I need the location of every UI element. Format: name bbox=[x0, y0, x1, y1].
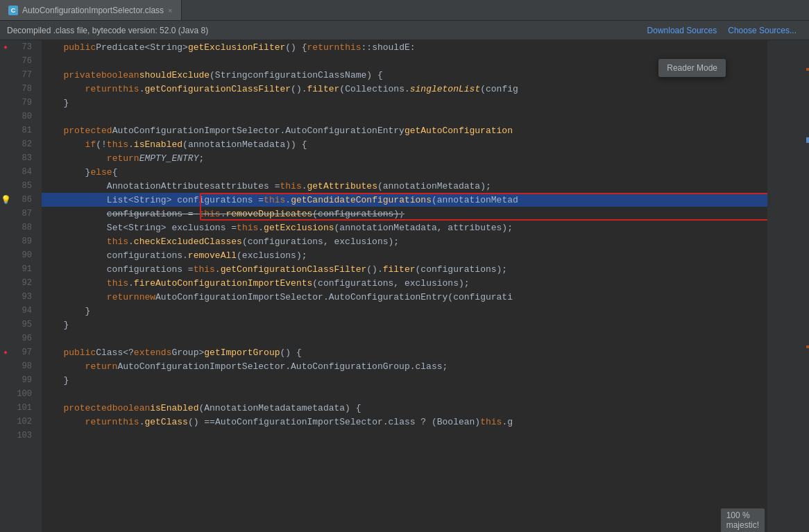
code-line[interactable]: configurations = this.removeDuplicates(c… bbox=[42, 207, 767, 221]
line-number: 81 bbox=[11, 126, 36, 135]
line-row: 100 bbox=[0, 387, 42, 401]
line-row: 101 bbox=[0, 401, 42, 415]
line-number: 84 bbox=[11, 167, 36, 177]
code-line[interactable]: if (!this.isEnabled(annotationMetadata))… bbox=[42, 137, 767, 151]
code-line[interactable]: } bbox=[42, 304, 767, 318]
line-number: 77 bbox=[11, 70, 36, 80]
breakpoint-icon: ● bbox=[0, 348, 11, 357]
code-line[interactable]: } else { bbox=[42, 165, 767, 179]
line-number: 80 bbox=[11, 112, 36, 121]
line-row: 89 bbox=[0, 234, 42, 248]
line-row: ●73 bbox=[0, 40, 42, 54]
code-line[interactable] bbox=[42, 110, 767, 123]
breakpoint-icon: ● bbox=[0, 43, 11, 51]
code-line[interactable]: configurations.removeAll(exclusions); bbox=[42, 248, 767, 262]
line-number: 90 bbox=[11, 250, 36, 260]
line-number: 91 bbox=[11, 264, 36, 274]
line-number: 85 bbox=[11, 181, 36, 191]
tab-title: AutoConfigurationImportSelector.class bbox=[22, 6, 164, 15]
line-number: 93 bbox=[11, 292, 36, 302]
code-line[interactable] bbox=[42, 429, 767, 443]
code-line[interactable]: Set<String> exclusions = this.getExclusi… bbox=[42, 221, 767, 234]
line-row: 77 bbox=[0, 68, 42, 82]
code-line[interactable]: return AutoConfigurationImportSelector.A… bbox=[42, 359, 767, 373]
code-line[interactable]: List<String> configurations = this.getCa… bbox=[42, 193, 767, 207]
code-line[interactable]: AnnotationAttributes attributes = this.g… bbox=[42, 179, 767, 193]
line-row: 90 bbox=[0, 248, 42, 262]
line-number: 96 bbox=[11, 334, 36, 343]
line-number: 76 bbox=[11, 56, 36, 66]
line-row: 76 bbox=[0, 54, 42, 68]
line-number: 103 bbox=[11, 431, 36, 440]
line-number: 83 bbox=[11, 153, 36, 163]
code-line[interactable]: configurations = this.getConfigurationCl… bbox=[42, 262, 767, 276]
code-content[interactable]: public Predicate<String> getExclusionFil… bbox=[42, 40, 767, 532]
class-file-icon: C bbox=[8, 6, 18, 15]
code-line[interactable]: public Predicate<String> getExclusionFil… bbox=[42, 40, 767, 54]
code-line[interactable]: protected AutoConfigurationImportSelecto… bbox=[42, 123, 767, 137]
code-line[interactable]: protected boolean isEnabled(AnnotationMe… bbox=[42, 401, 767, 415]
line-number: 97 bbox=[11, 347, 36, 357]
line-row: 96 bbox=[0, 332, 42, 345]
reader-mode-tooltip[interactable]: Reader Mode bbox=[658, 59, 726, 77]
line-row: 💡86 bbox=[0, 193, 42, 207]
download-sources-button[interactable]: Download Sources bbox=[642, 26, 723, 35]
line-row: 78 bbox=[0, 82, 42, 96]
tab-close-button[interactable]: × bbox=[168, 6, 172, 15]
decompiled-info-text: Decompiled .class file, bytecode version… bbox=[7, 26, 208, 35]
line-gutter: ●7376777879808182838485💡8687888990919293… bbox=[0, 40, 42, 532]
line-number: 86 bbox=[11, 195, 36, 205]
line-number: 100 bbox=[11, 389, 36, 399]
line-number: 78 bbox=[11, 84, 36, 94]
code-line[interactable]: public Class<? extends Group> getImportG… bbox=[42, 345, 767, 359]
line-row: 93 bbox=[0, 290, 42, 304]
info-bar: Decompiled .class file, bytecode version… bbox=[0, 21, 809, 40]
code-line[interactable]: return new AutoConfigurationImportSelect… bbox=[42, 290, 767, 304]
line-row: 92 bbox=[0, 276, 42, 290]
line-row: ●97 bbox=[0, 345, 42, 359]
line-number: 73 bbox=[11, 42, 36, 52]
line-row: 94 bbox=[0, 304, 42, 318]
line-number: 101 bbox=[11, 403, 36, 413]
line-number: 94 bbox=[11, 306, 36, 316]
code-line[interactable] bbox=[42, 387, 767, 401]
code-line[interactable]: return this.getClass() == AutoConfigurat… bbox=[42, 415, 767, 429]
bulb-icon: 💡 bbox=[0, 195, 11, 205]
line-row: 84 bbox=[0, 165, 42, 179]
line-row: 95 bbox=[0, 318, 42, 332]
code-line[interactable] bbox=[42, 332, 767, 345]
code-line[interactable]: return this.getConfigurationClassFilter(… bbox=[42, 82, 767, 96]
code-line[interactable]: } bbox=[42, 96, 767, 110]
line-number: 98 bbox=[11, 361, 36, 371]
line-row: 91 bbox=[0, 262, 42, 276]
line-number: 82 bbox=[11, 139, 36, 149]
line-row: 88 bbox=[0, 221, 42, 234]
line-number: 89 bbox=[11, 237, 36, 246]
choose-sources-button[interactable]: Choose Sources... bbox=[722, 26, 802, 35]
zoom-badge: 100 %majestic! bbox=[721, 508, 765, 532]
line-row: 83 bbox=[0, 151, 42, 165]
line-number: 92 bbox=[11, 278, 36, 288]
line-number: 102 bbox=[11, 417, 36, 427]
line-row: 80 bbox=[0, 110, 42, 123]
file-tab[interactable]: C AutoConfigurationImportSelector.class … bbox=[0, 0, 182, 20]
line-row: 85 bbox=[0, 179, 42, 193]
code-line[interactable]: return EMPTY_ENTRY; bbox=[42, 151, 767, 165]
tab-bar: C AutoConfigurationImportSelector.class … bbox=[0, 0, 809, 21]
code-line[interactable]: } bbox=[42, 318, 767, 332]
code-area: ●7376777879808182838485💡8687888990919293… bbox=[0, 40, 809, 532]
minimap[interactable] bbox=[767, 40, 809, 532]
code-line[interactable]: } bbox=[42, 373, 767, 387]
line-number: 79 bbox=[11, 98, 36, 108]
info-bar-actions: Download Sources Choose Sources... bbox=[642, 26, 802, 35]
line-row: 87 bbox=[0, 207, 42, 221]
line-row: 79 bbox=[0, 96, 42, 110]
line-row: 103 bbox=[0, 429, 42, 443]
code-line[interactable]: this.checkExcludedClasses(configurations… bbox=[42, 234, 767, 248]
code-line[interactable]: this.fireAutoConfigurationImportEvents(c… bbox=[42, 276, 767, 290]
line-number: 95 bbox=[11, 320, 36, 329]
line-row: 82 bbox=[0, 137, 42, 151]
line-row: 81 bbox=[0, 123, 42, 137]
line-number: 88 bbox=[11, 223, 36, 232]
line-row: 98 bbox=[0, 359, 42, 373]
